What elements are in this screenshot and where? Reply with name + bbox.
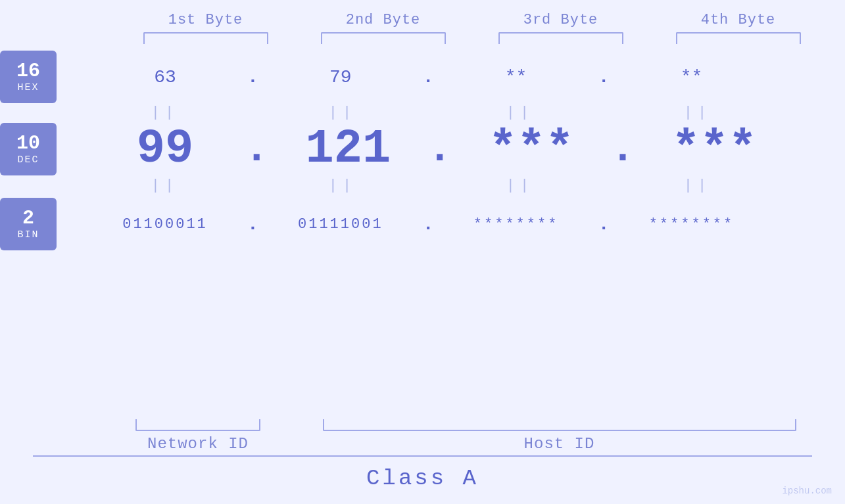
- equals-col3-2: ||: [431, 177, 609, 194]
- bin-byte3: ********: [427, 216, 605, 233]
- dec-values: 99 . 121 . *** . ***: [76, 122, 845, 176]
- dec-badge: 10 DEC: [0, 123, 57, 175]
- bottom-section: Network ID Host ID Class A: [33, 419, 812, 504]
- host-id-label: Host ID: [524, 435, 595, 453]
- network-id-bracket-line: [135, 419, 260, 431]
- main-container: 1st Byte 2nd Byte 3rd Byte 4th Byte 16 H…: [0, 0, 845, 504]
- equals-col1-2: ||: [76, 177, 254, 194]
- dec-byte4: ***: [625, 122, 803, 176]
- network-id-label: Network ID: [147, 435, 249, 453]
- host-id-bracket-line: [323, 419, 796, 431]
- bracket-byte2: [321, 32, 446, 44]
- bracket-byte4: [676, 32, 801, 44]
- hex-badge: 16 HEX: [0, 51, 57, 103]
- bin-row: 2 BIN 01100011 . 01111001 . ******** . *…: [0, 198, 845, 250]
- bin-byte4: ********: [602, 216, 780, 233]
- bin-byte1: 01100011: [76, 216, 254, 233]
- byte3-header: 3rd Byte: [472, 12, 650, 28]
- host-id-section: Host ID: [306, 419, 812, 455]
- dec-byte1: 99: [76, 122, 254, 176]
- class-label: Class A: [366, 466, 479, 491]
- byte2-header: 2nd Byte: [295, 12, 472, 28]
- byte-headers: 1st Byte 2nd Byte 3rd Byte 4th Byte: [0, 0, 845, 28]
- hex-byte4: **: [602, 67, 780, 87]
- top-brackets: [0, 32, 845, 44]
- byte4-header: 4th Byte: [650, 12, 827, 28]
- bin-badge: 2 BIN: [0, 198, 57, 250]
- equals-col2-2: ||: [254, 177, 431, 194]
- equals-col4-2: ||: [609, 177, 786, 194]
- hex-values: 63 . 79 . ** . **: [76, 67, 845, 87]
- hex-byte2: 79: [252, 67, 429, 87]
- hex-byte1: 63: [76, 67, 254, 87]
- class-row: Class A: [33, 455, 812, 497]
- bin-byte2: 01111001: [252, 216, 429, 233]
- dec-byte3: ***: [443, 122, 620, 176]
- equals-col3-1: ||: [431, 104, 609, 121]
- byte1-header: 1st Byte: [117, 12, 295, 28]
- bracket-byte3: [498, 32, 623, 44]
- network-id-section: Network ID: [109, 419, 287, 455]
- equals-col2-1: ||: [254, 104, 431, 121]
- equals-col4-1: ||: [609, 104, 786, 121]
- id-labels-container: Network ID Host ID: [33, 419, 812, 455]
- equals-row-2: || || || ||: [0, 177, 845, 194]
- watermark: ipshu.com: [782, 486, 832, 496]
- hex-byte3: **: [427, 67, 605, 87]
- bin-values: 01100011 . 01111001 . ******** . *******…: [76, 214, 845, 235]
- equals-row-1: || || || ||: [0, 104, 845, 121]
- hex-row: 16 HEX 63 . 79 . ** . **: [0, 51, 845, 103]
- dec-byte2: 121: [259, 122, 437, 176]
- dec-row: 10 DEC 99 . 121 . *** . ***: [0, 122, 845, 176]
- equals-col1-1: ||: [76, 104, 254, 121]
- bracket-byte1: [143, 32, 268, 44]
